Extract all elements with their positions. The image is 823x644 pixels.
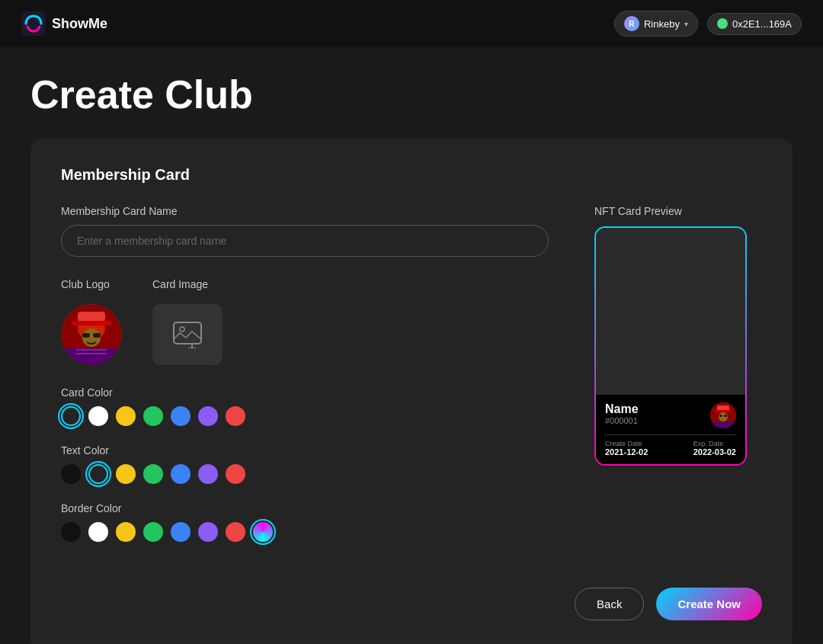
header-right: R Rinkeby ▾ 0x2E1...169A <box>614 11 802 37</box>
create-date-value: 2021-12-02 <box>605 447 648 457</box>
upload-image-icon <box>172 321 203 348</box>
nft-card: Name #000001 <box>596 228 745 464</box>
border-color-purple[interactable] <box>198 522 218 542</box>
text-color-swatches <box>61 464 549 484</box>
bottom-actions: Back Create Now <box>61 588 762 620</box>
text-color-row: Text Color <box>61 444 549 484</box>
card-color-red[interactable] <box>226 406 245 426</box>
create-now-button[interactable]: Create Now <box>656 588 762 620</box>
svg-rect-6 <box>82 333 90 338</box>
text-color-black[interactable] <box>61 464 81 484</box>
text-color-green[interactable] <box>143 464 163 484</box>
svg-rect-19 <box>719 415 722 417</box>
text-color-blue[interactable] <box>171 464 191 484</box>
page-title: Create Club <box>30 72 793 117</box>
nft-exp-date: Exp. Date 2022-03-02 <box>693 440 736 457</box>
form-preview-layout: Membership Card Name Club Logo <box>61 205 762 560</box>
svg-rect-8 <box>61 348 122 365</box>
nft-id: #000001 <box>605 416 639 425</box>
svg-rect-7 <box>93 333 101 338</box>
nft-avatar-svg <box>710 402 736 428</box>
form-column: Membership Card Name Club Logo <box>61 205 549 560</box>
wallet-address-text: 0x2E1...169A <box>732 18 792 30</box>
network-selector[interactable]: R Rinkeby ▾ <box>614 11 698 37</box>
card-image-label: Card Image <box>152 278 223 290</box>
wallet-address: 0x2E1...169A <box>707 13 802 35</box>
nft-card-name-id: Name #000001 <box>605 402 639 431</box>
showme-logo-icon <box>21 11 46 36</box>
card-image-group: Card Image <box>152 278 223 365</box>
card-color-label: Card Color <box>61 386 549 399</box>
wallet-status-dot <box>717 18 728 29</box>
club-logo-image <box>61 304 122 365</box>
nft-card-info: Name #000001 <box>596 395 745 464</box>
back-button[interactable]: Back <box>575 588 644 620</box>
card-color-white[interactable] <box>88 406 108 426</box>
border-color-yellow[interactable] <box>116 522 136 542</box>
svg-rect-16 <box>717 405 729 411</box>
nft-create-date: Create Date 2021-12-02 <box>605 440 648 457</box>
club-logo-svg <box>61 304 122 365</box>
logo-text: ShowMe <box>52 16 107 32</box>
network-avatar: R <box>624 16 639 31</box>
border-color-label: Border Color <box>61 502 549 514</box>
images-row: Club Logo <box>61 278 549 365</box>
card-name-field: Membership Card Name <box>61 205 549 278</box>
border-color-black[interactable] <box>61 522 81 542</box>
svg-rect-17 <box>715 410 732 412</box>
svg-point-12 <box>180 327 184 332</box>
nft-card-gradient-wrapper: Name #000001 <box>594 226 747 466</box>
svg-rect-20 <box>724 415 727 417</box>
create-date-label: Create Date <box>605 440 648 447</box>
card-color-row: Card Color <box>61 386 549 426</box>
nft-card-dates: Create Date 2021-12-02 Exp. Date 2022-03… <box>605 434 736 457</box>
chevron-down-icon: ▾ <box>684 20 688 28</box>
svg-rect-21 <box>710 422 736 428</box>
form-container: Membership Card Membership Card Name Clu… <box>30 139 793 644</box>
svg-point-18 <box>719 412 728 421</box>
card-color-purple[interactable] <box>198 406 218 426</box>
card-color-blue[interactable] <box>171 406 191 426</box>
text-color-label: Text Color <box>61 444 549 457</box>
border-color-gradient[interactable] <box>253 522 273 542</box>
logo-area: ShowMe <box>21 11 107 36</box>
border-color-row: Border Color <box>61 502 549 542</box>
border-color-swatches <box>61 522 549 542</box>
section-title: Membership Card <box>61 166 762 184</box>
card-color-transparent[interactable] <box>61 406 81 426</box>
page-content: Create Club Membership Card Membership C… <box>0 47 823 644</box>
exp-date-value: 2022-03-02 <box>693 447 736 457</box>
border-color-green[interactable] <box>143 522 163 542</box>
card-name-label: Membership Card Name <box>61 205 549 217</box>
text-color-red[interactable] <box>226 464 245 484</box>
nft-card-avatar <box>710 402 736 428</box>
nft-card-image-area <box>596 228 745 395</box>
text-color-transparent[interactable] <box>88 464 108 484</box>
border-color-red[interactable] <box>226 522 245 542</box>
text-color-yellow[interactable] <box>116 464 136 484</box>
border-color-blue[interactable] <box>171 522 191 542</box>
text-color-purple[interactable] <box>198 464 218 484</box>
exp-date-label: Exp. Date <box>693 440 736 447</box>
svg-rect-3 <box>78 312 105 322</box>
card-image-upload[interactable] <box>152 304 223 365</box>
preview-label: NFT Card Preview <box>594 205 762 217</box>
club-logo-group: Club Logo <box>61 278 122 365</box>
card-name-input[interactable] <box>61 225 549 257</box>
preview-column: NFT Card Preview Name #000001 <box>594 205 762 560</box>
svg-rect-11 <box>174 322 201 344</box>
club-logo-label: Club Logo <box>61 278 122 290</box>
club-logo-upload[interactable] <box>61 304 122 365</box>
svg-rect-4 <box>72 321 111 325</box>
card-color-green[interactable] <box>143 406 163 426</box>
card-color-yellow[interactable] <box>116 406 136 426</box>
border-color-white[interactable] <box>88 522 108 542</box>
card-color-swatches <box>61 406 549 426</box>
header: ShowMe R Rinkeby ▾ 0x2E1...169A <box>0 0 823 47</box>
network-label: Rinkeby <box>644 18 680 30</box>
nft-name: Name <box>605 402 639 416</box>
